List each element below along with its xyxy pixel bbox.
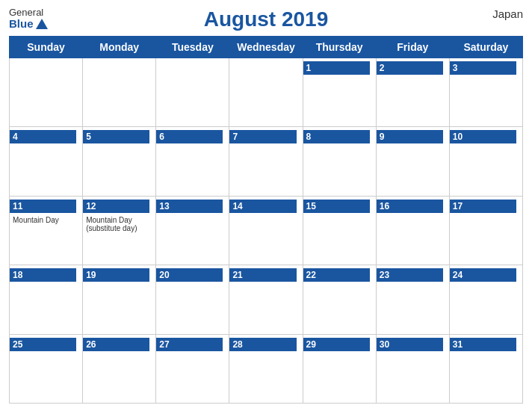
day-number: 30: [377, 338, 443, 351]
table-cell: 11Mountain Day: [10, 196, 83, 265]
day-number: 20: [156, 268, 223, 282]
day-number: 4: [10, 130, 76, 143]
calendar-header: General Blue August 2019 Japan: [9, 7, 523, 31]
event-label: Mountain Day (substitute day): [86, 216, 152, 232]
day-number: 21: [229, 268, 296, 282]
day-number: 12: [83, 200, 149, 213]
table-cell: 24: [449, 265, 522, 334]
table-cell: 31: [449, 334, 522, 403]
table-cell: 17: [449, 196, 522, 265]
day-number: 7: [229, 130, 296, 143]
day-number: 23: [377, 268, 443, 282]
calendar-table: Sunday Monday Tuesday Wednesday Thursday…: [9, 36, 523, 404]
table-cell: 12Mountain Day (substitute day): [83, 196, 156, 265]
table-cell: 23: [376, 265, 449, 334]
col-sunday: Sunday: [10, 37, 83, 58]
table-cell: 14: [229, 196, 303, 265]
day-number: 8: [303, 130, 370, 143]
day-number: 22: [303, 268, 370, 282]
day-number: 9: [377, 130, 443, 143]
table-cell: 16: [376, 196, 449, 265]
table-cell: 28: [229, 334, 303, 403]
day-number: 25: [10, 338, 76, 351]
table-cell: 15: [303, 196, 376, 265]
table-cell: 2: [376, 58, 449, 127]
week-row-2: 45678910: [10, 127, 523, 196]
table-cell: 10: [449, 127, 522, 196]
logo-triangle-icon: [36, 19, 48, 29]
day-number: 5: [83, 130, 149, 143]
table-cell: 18: [10, 265, 83, 334]
week-row-5: 25262728293031: [10, 334, 523, 403]
table-cell: 9: [376, 127, 449, 196]
table-cell: 8: [303, 127, 376, 196]
col-saturday: Saturday: [449, 37, 522, 58]
col-monday: Monday: [83, 37, 156, 58]
table-cell: 30: [376, 334, 449, 403]
calendar-container: General Blue August 2019 Japan Sunday Mo…: [0, 0, 532, 411]
table-cell: 25: [10, 334, 83, 403]
col-wednesday: Wednesday: [229, 37, 303, 58]
table-cell: 4: [10, 127, 83, 196]
day-number: 17: [450, 200, 516, 213]
col-thursday: Thursday: [303, 37, 376, 58]
table-cell: 3: [449, 58, 522, 127]
day-number: 29: [303, 338, 370, 351]
table-cell: 22: [303, 265, 376, 334]
day-number: 15: [303, 200, 370, 213]
logo-blue-text: Blue: [9, 18, 48, 31]
logo-general-text: General: [9, 7, 43, 18]
table-cell: 6: [156, 127, 229, 196]
day-number: 31: [450, 338, 516, 351]
day-number: 27: [156, 338, 223, 351]
day-number: 19: [83, 268, 149, 282]
table-cell: 21: [229, 265, 303, 334]
calendar-body: 1234567891011Mountain Day12Mountain Day …: [10, 58, 523, 404]
table-cell: 1: [303, 58, 376, 127]
day-number: 10: [450, 130, 516, 143]
table-cell: [156, 58, 229, 127]
table-cell: 19: [83, 265, 156, 334]
table-cell: 5: [83, 127, 156, 196]
day-number: 26: [83, 338, 149, 351]
days-of-week-row: Sunday Monday Tuesday Wednesday Thursday…: [10, 37, 523, 58]
table-cell: 20: [156, 265, 229, 334]
table-cell: [10, 58, 83, 127]
day-number: 6: [156, 130, 223, 143]
table-cell: 13: [156, 196, 229, 265]
col-tuesday: Tuesday: [156, 37, 229, 58]
day-number: 1: [303, 61, 370, 75]
col-friday: Friday: [376, 37, 449, 58]
day-number: 3: [450, 61, 516, 75]
table-cell: 7: [229, 127, 303, 196]
event-label: Mountain Day: [13, 216, 79, 224]
table-cell: 29: [303, 334, 376, 403]
week-row-4: 18192021222324: [10, 265, 523, 334]
day-number: 2: [377, 61, 443, 75]
table-cell: 27: [156, 334, 229, 403]
week-row-1: 123: [10, 58, 523, 127]
day-number: 28: [229, 338, 296, 351]
table-cell: [83, 58, 156, 127]
week-row-3: 11Mountain Day12Mountain Day (substitute…: [10, 196, 523, 265]
table-cell: 26: [83, 334, 156, 403]
day-number: 24: [450, 268, 516, 282]
calendar-title: August 2019: [204, 7, 329, 31]
day-number: 11: [10, 200, 76, 213]
day-number: 16: [377, 200, 443, 213]
country-label: Japan: [492, 7, 523, 20]
day-number: 18: [10, 268, 76, 282]
day-number: 13: [156, 200, 223, 213]
logo: General Blue: [9, 7, 48, 31]
table-cell: [229, 58, 303, 127]
day-number: 14: [229, 200, 296, 213]
